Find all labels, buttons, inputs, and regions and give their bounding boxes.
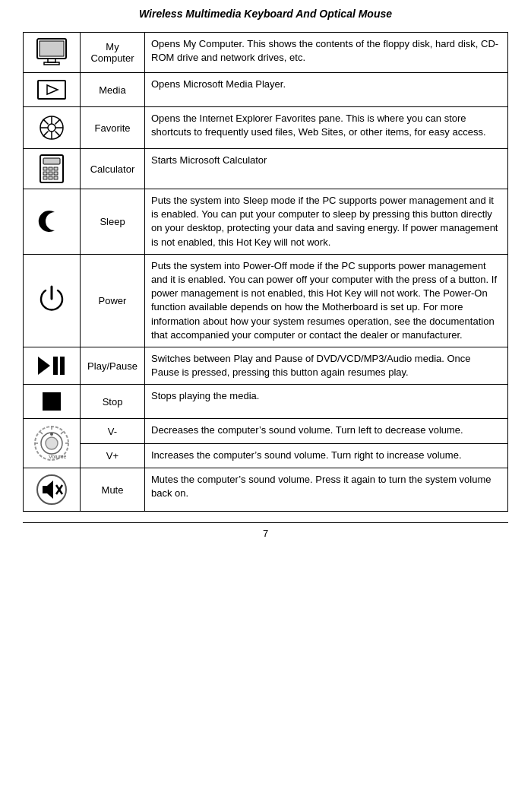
page-number: 7 <box>263 528 268 539</box>
name-cell-favorite: Favorite <box>81 107 145 149</box>
icon-cell-favorite <box>24 107 81 149</box>
table-row: Power Puts the system into Power-Off mod… <box>24 254 508 347</box>
desc-cell-power: Puts the system into Power-Off mode if t… <box>145 254 508 347</box>
calculator-icon <box>30 154 74 184</box>
name-cell-calculator: Calculator <box>81 149 145 189</box>
svg-rect-28 <box>53 357 58 375</box>
svg-line-12 <box>43 119 49 125</box>
svg-rect-3 <box>44 62 59 65</box>
playpause-icon <box>30 354 74 378</box>
icon-cell-playpause <box>24 347 81 384</box>
desc-cell-calculator: Starts Microsoft Calculator <box>145 149 508 189</box>
icon-cell-computer <box>24 33 81 73</box>
desc-cell-v-plus: Increases the computer’s sound volume. T… <box>145 443 508 468</box>
desc-cell-media: Opens Microsoft Media Player. <box>145 73 508 107</box>
table-row: My Computer Opens My Computer. This show… <box>24 33 508 73</box>
svg-rect-20 <box>54 167 58 170</box>
desc-cell-playpause: Switches between Play and Pause of DVD/V… <box>145 347 508 384</box>
svg-marker-5 <box>47 85 58 94</box>
desc-cell-mute: Mutes the computer’s sound volume. Press… <box>145 468 508 512</box>
icon-cell-stop <box>24 385 81 419</box>
name-cell-mute: Mute <box>81 468 145 512</box>
svg-point-7 <box>48 124 55 132</box>
table-row: Sleep Puts the system into Sleep mode if… <box>24 189 508 255</box>
icon-cell-volume: Volume <box>24 419 81 468</box>
svg-line-39 <box>40 432 43 434</box>
icon-cell-calculator <box>24 149 81 189</box>
table-row: Volume V- Decreases the computer’s sound… <box>24 419 508 444</box>
svg-rect-4 <box>38 81 65 99</box>
name-cell-stop: Stop <box>81 385 145 419</box>
power-icon <box>30 284 74 317</box>
svg-rect-30 <box>43 392 61 411</box>
feature-table: My Computer Opens My Computer. This show… <box>23 32 508 512</box>
svg-rect-19 <box>49 167 52 170</box>
svg-rect-29 <box>60 357 65 375</box>
page-header: Wireless Multimedia Keyboard And Optical… <box>23 8 508 23</box>
name-cell-media: Media <box>81 73 145 107</box>
name-cell-sleep: Sleep <box>81 189 145 255</box>
name-cell-power: Power <box>81 254 145 347</box>
volume-icon: Volume <box>30 423 74 463</box>
table-row: Mute Mutes the computer’s sound volume. … <box>24 468 508 512</box>
name-cell-v-minus: V- <box>81 419 145 444</box>
icon-cell-mute <box>24 468 81 512</box>
favorite-icon <box>30 112 74 144</box>
media-icon <box>30 78 74 102</box>
table-row: Media Opens Microsoft Media Player. <box>24 73 508 107</box>
sleep-icon <box>30 206 74 236</box>
svg-rect-1 <box>40 41 64 56</box>
desc-cell-v-minus: Decreases the computer’s sound volume. T… <box>145 419 508 444</box>
svg-rect-42 <box>43 486 47 493</box>
mute-icon <box>30 473 74 506</box>
svg-line-14 <box>55 119 61 125</box>
name-cell-playpause: Play/Pause <box>81 347 145 384</box>
svg-text:Volume: Volume <box>49 454 66 459</box>
icon-cell-sleep <box>24 189 81 255</box>
svg-point-34 <box>50 433 53 436</box>
table-row: V+ Increases the computer’s sound volume… <box>24 443 508 468</box>
svg-rect-24 <box>43 176 47 179</box>
desc-cell-my-computer: Opens My Computer. This shows the conten… <box>145 33 508 73</box>
desc-cell-stop: Stops playing the media. <box>145 385 508 419</box>
svg-rect-25 <box>49 176 52 179</box>
svg-line-13 <box>55 132 61 137</box>
name-cell-my-computer: My Computer <box>81 33 145 73</box>
table-row: Favorite Opens the Internet Explorer Fav… <box>24 107 508 149</box>
icon-cell-power <box>24 254 81 347</box>
svg-line-15 <box>43 132 49 137</box>
desc-cell-sleep: Puts the system into Sleep mode if the P… <box>145 189 508 255</box>
computer-icon <box>30 37 74 68</box>
svg-rect-26 <box>54 176 58 179</box>
svg-point-33 <box>46 437 58 449</box>
svg-marker-43 <box>47 481 53 499</box>
page-footer: 7 <box>23 522 508 539</box>
desc-cell-favorite: Opens the Internet Explorer Favorites pa… <box>145 107 508 149</box>
name-cell-v-plus: V+ <box>81 443 145 468</box>
svg-line-38 <box>61 432 63 434</box>
table-row: Calculator Starts Microsoft Calculator <box>24 149 508 189</box>
svg-rect-23 <box>54 172 58 175</box>
svg-rect-18 <box>43 167 47 170</box>
table-row: Stop Stops playing the media. <box>24 385 508 419</box>
svg-rect-21 <box>43 172 47 175</box>
svg-rect-22 <box>49 172 52 175</box>
icon-cell-media <box>24 73 81 107</box>
stop-icon <box>30 389 74 414</box>
svg-marker-27 <box>38 357 50 375</box>
svg-rect-17 <box>43 158 60 164</box>
table-row: Play/Pause Switches between Play and Pau… <box>24 347 508 384</box>
